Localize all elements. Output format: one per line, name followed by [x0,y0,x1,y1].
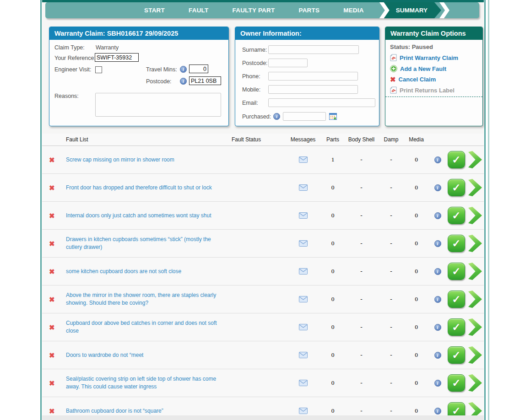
purchased-label: Purchased: [242,113,271,120]
open-fault-arrow[interactable] [468,151,482,168]
delete-fault-icon[interactable]: ✖ [49,184,55,191]
owner-field-row: Mobile: [242,85,358,94]
option-link-label[interactable]: Add a New Fault [400,65,446,72]
damp-value: - [379,184,404,191]
nav-item-media[interactable]: MEDIA [343,7,364,14]
media-count: 0 [404,296,429,303]
complete-fault-button[interactable]: ✓ [448,318,465,336]
option-link-label[interactable]: Print Warranty Claim [400,54,458,61]
delete-fault-icon[interactable]: ✖ [49,296,55,303]
body-shell-value: - [344,240,379,247]
message-icon[interactable] [299,156,308,163]
message-icon[interactable] [299,324,308,330]
info-icon[interactable]: i [180,66,187,73]
nav-item-faulty-part[interactable]: FAULTY PART [233,7,275,14]
complete-fault-button[interactable]: ✓ [448,346,465,364]
message-icon[interactable] [299,268,308,275]
fault-link[interactable]: Above the mirror in the shower room, the… [64,290,229,309]
open-fault-arrow[interactable] [468,263,482,280]
owner-email-input[interactable] [268,98,375,107]
info-icon[interactable]: i [434,380,441,387]
complete-fault-button[interactable]: ✓ [448,235,465,252]
open-fault-arrow[interactable] [468,318,482,336]
option-add-a-new-fault[interactable]: Add a New Fault [390,65,458,72]
open-fault-arrow[interactable] [468,291,482,308]
complete-fault-button[interactable]: ✓ [448,151,465,168]
nav-item-parts[interactable]: PARTS [298,7,319,14]
fault-link[interactable]: some kitchen cupboard doors are not soft… [64,266,229,277]
fault-row: ✖ Above the mirror in the shower room, t… [42,285,484,313]
info-icon[interactable]: i [434,240,441,247]
travel-mins-input[interactable] [189,65,208,73]
your-reference-input[interactable] [95,53,139,62]
delete-fault-icon[interactable]: ✖ [49,240,55,247]
open-fault-arrow[interactable] [468,346,482,364]
purchased-date-input[interactable] [283,112,326,121]
option-cancel-claim[interactable]: ✖Cancel Claim [390,76,458,83]
option-print-warranty-claim[interactable]: Print Warranty Claim [390,54,458,61]
claim-postcode-label: Postcode: [146,78,172,85]
delete-fault-icon[interactable]: ✖ [49,212,55,219]
open-fault-arrow[interactable] [468,207,482,224]
tab-summary[interactable]: SUMMARY [382,2,441,18]
owner-surname-input[interactable] [268,45,359,54]
fault-link[interactable]: Doors to wardrobe do not “meet [64,350,229,361]
media-count: 0 [404,407,429,415]
complete-fault-button[interactable]: ✓ [448,374,465,392]
owner-postcode-input[interactable] [268,59,308,67]
owner-field-row: Phone: [242,72,358,81]
message-icon[interactable] [299,296,308,302]
complete-fault-button[interactable]: ✓ [448,207,465,224]
info-icon[interactable]: i [434,212,441,219]
message-icon[interactable] [299,352,308,358]
info-icon[interactable]: i [180,78,187,85]
nav-item-start[interactable]: START [144,7,165,14]
message-icon[interactable] [299,380,308,386]
info-icon[interactable]: i [434,156,441,163]
fault-link[interactable]: Front door has dropped and therefore dif… [64,182,229,194]
reasons-textarea[interactable] [95,93,221,117]
engineer-visit-checkbox[interactable] [95,66,102,73]
fault-link[interactable]: Cupboard door above bed catches in corne… [64,318,229,337]
delete-fault-icon[interactable]: ✖ [49,268,55,275]
calendar-icon[interactable] [329,113,337,120]
delete-fault-icon[interactable]: ✖ [49,380,55,387]
info-icon[interactable]: i [434,268,441,275]
open-fault-arrow[interactable] [468,402,482,415]
info-icon[interactable]: i [434,184,441,191]
delete-fault-icon[interactable]: ✖ [49,324,55,331]
owner-mobile-input[interactable] [268,85,358,94]
open-fault-arrow[interactable] [468,374,482,392]
message-icon[interactable] [299,184,308,191]
info-icon[interactable]: i [434,408,441,415]
open-fault-arrow[interactable] [468,235,482,252]
info-icon[interactable]: i [434,296,441,303]
complete-fault-button[interactable]: ✓ [448,179,465,196]
parts-count: 0 [321,212,344,219]
media-count: 0 [404,212,429,219]
owner-phone-input[interactable] [268,72,358,81]
info-icon[interactable]: i [434,352,441,359]
fault-link[interactable]: Screw cap missing on mirror in shower ro… [64,154,229,166]
message-icon[interactable] [299,212,308,219]
claim-postcode-input[interactable] [189,76,221,85]
info-icon[interactable]: i [273,113,280,120]
fault-link[interactable]: Internal doors only just catch and somet… [64,210,229,221]
message-icon[interactable] [299,408,308,414]
body-shell-value: - [344,351,379,359]
message-icon[interactable] [299,240,308,247]
nav-item-fault[interactable]: FAULT [189,7,209,14]
complete-fault-button[interactable]: ✓ [448,291,465,308]
open-fault-arrow[interactable] [468,179,482,196]
fault-link[interactable]: Drawers in kitchen cupboards sometimes “… [64,234,229,253]
complete-fault-button[interactable]: ✓ [448,263,465,280]
fault-link[interactable]: Bathroom cupboard door is not “square” [64,405,229,415]
delete-fault-icon[interactable]: ✖ [49,408,55,415]
delete-fault-icon[interactable]: ✖ [49,156,55,163]
info-icon[interactable]: i [434,324,441,331]
option-link-label[interactable]: Cancel Claim [399,76,436,83]
fault-link[interactable]: Seal/plastic covering strip on left side… [64,373,229,393]
page-right-rule-outer [488,0,489,420]
delete-fault-icon[interactable]: ✖ [49,352,55,359]
complete-fault-button[interactable]: ✓ [448,402,465,415]
